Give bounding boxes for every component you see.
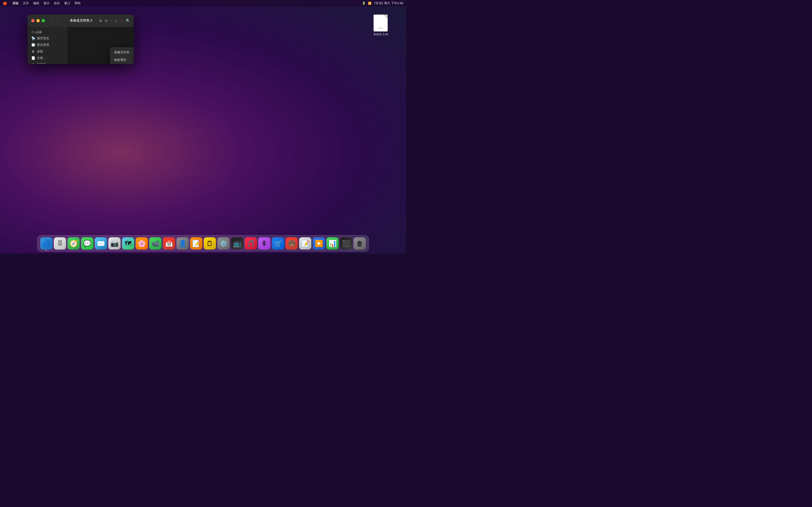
dock-reminders[interactable]: 📝 — [190, 237, 202, 249]
sidebar-label-desktop: 桌面 — [37, 49, 43, 54]
safari-icon: 🧭 — [69, 240, 78, 247]
minimize-button[interactable] — [37, 19, 40, 22]
dock-photos[interactable]: 🌸 — [136, 237, 148, 249]
dock-screenshot[interactable]: 📷 — [108, 237, 120, 249]
photos-icon: 🌸 — [138, 240, 146, 247]
sidebar-item-recent[interactable]: 🕐 最近使用 — [28, 42, 67, 48]
file-icon: TXT — [373, 14, 388, 32]
menubar-left: 🍎 访达 文件 编辑 显示 前往 窗口 帮助 — [3, 1, 362, 5]
finder-window: ‹ › 未命名文件夹 2 ⊞ ⊟ ↑ ◇ ··· 🔍 个人收藏 📡 隔空投送 🕐… — [28, 14, 134, 64]
appstore-icon: 🛒 — [274, 240, 282, 247]
menubar-wifi-icon: 📶 — [368, 2, 371, 5]
settings-icon: ⚙️ — [219, 240, 228, 247]
dock-quicktime[interactable]: ▶️ — [313, 237, 325, 249]
dock-contacts[interactable]: 👤 — [176, 237, 189, 249]
ctx-paste-item-label: 粘贴项目 — [114, 58, 126, 62]
recent-icon: 🕐 — [31, 43, 35, 47]
more-icon[interactable]: ··· — [120, 19, 123, 22]
sidebar-section-personal: 个人收藏 — [28, 30, 67, 35]
finder-icon: 🔵 — [42, 240, 51, 247]
dock-terminal[interactable]: ⬛ — [340, 237, 352, 249]
dock-notes[interactable]: 🗒 — [204, 237, 216, 249]
dock-appstore[interactable]: 🛒 — [272, 237, 284, 249]
close-button[interactable] — [31, 19, 35, 22]
dock-messages[interactable]: 💬 — [81, 237, 93, 249]
sidebar-label-documents: 文稿 — [37, 56, 43, 60]
notes-icon: 🗒 — [207, 240, 213, 247]
sidebar-item-downloads[interactable]: ⬇ 下载项 — [28, 61, 67, 64]
reminders-icon: 📝 — [192, 240, 200, 247]
finder-dot — [46, 250, 47, 251]
dock-appletv[interactable]: 📺 — [231, 237, 243, 249]
maps-icon: 🗺 — [125, 240, 131, 247]
sidebar-item-airdrop[interactable]: 📡 隔空投送 — [28, 35, 67, 42]
context-menu: 新建文件夹 粘贴项目 显示简介 显示 — [110, 47, 134, 64]
ctx-new-folder-label: 新建文件夹 — [114, 50, 130, 54]
apple-menu[interactable]: 🍎 — [3, 1, 7, 5]
airdrop-icon: 📡 — [31, 36, 35, 40]
dock-mail[interactable]: ✉️ — [95, 237, 107, 249]
dock-bear[interactable]: 🐻 — [286, 237, 298, 249]
sidebar-label-recent: 最近使用 — [37, 43, 49, 47]
dock-finder[interactable]: 🔵 — [40, 237, 52, 249]
appletv-icon: 📺 — [233, 240, 241, 247]
menu-file[interactable]: 文件 — [23, 1, 29, 5]
numbers-icon: 📊 — [328, 240, 337, 247]
titlebar-nav: ‹ › — [49, 18, 60, 23]
calendar-icon: 📅 — [165, 240, 173, 247]
dock-settings[interactable]: ⚙️ — [217, 237, 230, 249]
back-button[interactable]: ‹ — [49, 18, 53, 23]
screenshot-icon: 📷 — [110, 240, 119, 247]
dock-maps[interactable]: 🗺 — [122, 237, 134, 249]
menubar-time: 7月3日 周六 下午2:45 — [374, 1, 403, 5]
ctx-new-folder[interactable]: 新建文件夹 — [110, 49, 134, 56]
dock-numbers[interactable]: 📊 — [326, 237, 339, 249]
menubar-battery-icon: 🔋 — [362, 2, 366, 5]
menu-help[interactable]: 帮助 — [74, 1, 81, 5]
menubar: 🍎 访达 文件 编辑 显示 前往 窗口 帮助 🔋 📶 7月3日 周六 下午2:4… — [0, 0, 406, 7]
view-icon[interactable]: ⊞ — [99, 19, 102, 22]
dock-calendar[interactable]: 📅 — [163, 237, 175, 249]
desktop-icon: 🖥 — [31, 50, 35, 53]
tag-icon[interactable]: ◇ — [115, 19, 117, 22]
search-icon[interactable]: 🔍 — [126, 19, 130, 22]
menu-go[interactable]: 前往 — [54, 1, 60, 5]
sidebar-item-documents[interactable]: 📄 文稿 — [28, 55, 67, 61]
dock-music[interactable]: 🎵 — [245, 237, 257, 249]
dock-launchpad[interactable]: ⠿ — [54, 237, 66, 249]
finder-body: 个人收藏 📡 隔空投送 🕐 最近使用 🖥 桌面 📄 文稿 ⬇ 下载项 — [28, 27, 134, 64]
terminal-icon: ⬛ — [342, 240, 350, 247]
quicktime-icon: ▶️ — [315, 240, 323, 247]
menu-window[interactable]: 窗口 — [64, 1, 70, 5]
textedit-icon: 📝 — [301, 240, 309, 247]
share-icon[interactable]: ↑ — [110, 19, 112, 22]
finder-content[interactable]: 新建文件夹 粘贴项目 显示简介 显示 — [67, 27, 134, 64]
dock-facetime[interactable]: 📹 — [149, 237, 161, 249]
fullscreen-button[interactable] — [42, 19, 45, 22]
group-icon[interactable]: ⊟ — [105, 19, 108, 22]
contacts-icon: 👤 — [179, 240, 187, 247]
sidebar-label-airdrop: 隔空投送 — [37, 36, 49, 40]
file-type-label: TXT — [379, 27, 383, 30]
sidebar-item-desktop[interactable]: 🖥 桌面 — [28, 48, 67, 55]
documents-icon: 📄 — [31, 56, 35, 60]
dock-podcasts[interactable]: 🎙 — [258, 237, 270, 249]
menu-edit[interactable]: 编辑 — [33, 1, 39, 5]
dock-trash[interactable]: 🗑 — [354, 237, 366, 249]
dock-safari[interactable]: 🧭 — [67, 237, 80, 249]
app-name[interactable]: 访达 — [12, 1, 18, 5]
podcasts-icon: 🎙 — [261, 240, 268, 247]
downloads-icon: ⬇ — [31, 63, 35, 64]
file-name: 未命名 2.txt — [373, 33, 388, 36]
ctx-paste-item[interactable]: 粘贴项目 — [110, 56, 134, 64]
facetime-icon: 📹 — [151, 240, 159, 247]
forward-button[interactable]: › — [55, 18, 60, 23]
finder-titlebar: ‹ › 未命名文件夹 2 ⊞ ⊟ ↑ ◇ ··· 🔍 — [28, 14, 134, 27]
titlebar-actions: ⊞ ⊟ ↑ ◇ ··· 🔍 — [99, 19, 130, 22]
menu-view[interactable]: 显示 — [44, 1, 50, 5]
desktop-file[interactable]: TXT 未命名 2.txt — [371, 14, 390, 36]
dock: 🔵 ⠿ 🧭 💬 ✉️ 📷 🗺 🌸 📹 📅 👤 📝 🗒 ⚙️ 📺 � — [37, 235, 369, 251]
dock-textedit[interactable]: 📝 — [299, 237, 311, 249]
traffic-lights — [31, 19, 45, 22]
music-icon: 🎵 — [247, 240, 255, 247]
